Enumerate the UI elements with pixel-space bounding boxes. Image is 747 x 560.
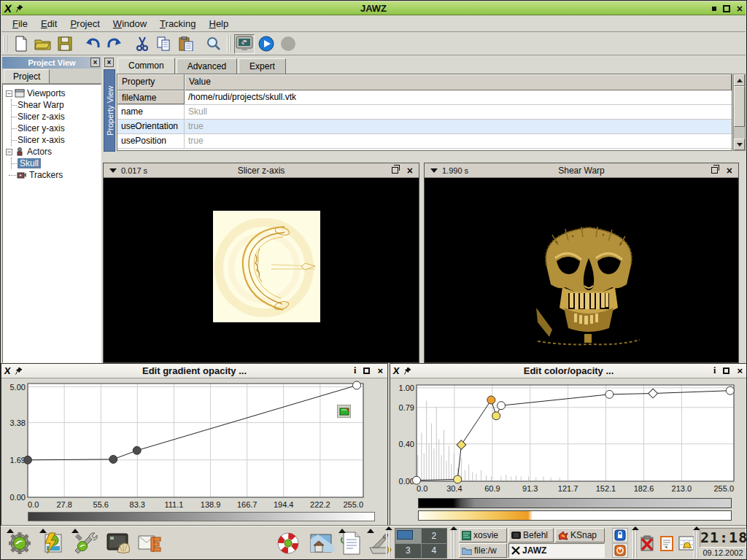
menu-tracking[interactable]: Tracking	[153, 17, 202, 31]
cut-button[interactable]	[132, 34, 152, 54]
viewport-shear-header[interactable]: 1.990 s Shear Warp ×	[425, 163, 738, 178]
konsole-button[interactable]	[103, 529, 132, 558]
digital-clock[interactable]: 21:18	[700, 528, 746, 548]
restore-icon[interactable]	[711, 167, 718, 174]
menu-file[interactable]: File	[6, 17, 34, 31]
render-view-button[interactable]	[234, 34, 255, 54]
gradient-opacity-curve-editor[interactable]: 0.027.855.683.3111.1138.9166.7194.4222.2…	[3, 379, 386, 512]
column-header-value[interactable]: Value	[185, 74, 732, 90]
property-cell[interactable]: fileName	[117, 90, 185, 104]
documents-button[interactable]	[337, 529, 366, 558]
value-cell[interactable]: Skull	[185, 105, 732, 119]
clock-handle[interactable]	[694, 528, 698, 559]
redo-button[interactable]	[104, 34, 125, 54]
menu-help[interactable]: Help	[202, 17, 235, 31]
apply-icon[interactable]	[337, 405, 351, 418]
lock-screen-button[interactable]	[612, 528, 628, 542]
save-button[interactable]	[55, 34, 75, 54]
taskbar-handle[interactable]	[451, 528, 455, 559]
info-button[interactable]: i	[713, 365, 716, 376]
susewatcher-button[interactable]	[38, 529, 67, 558]
table-row-useposition[interactable]: usePosition true	[117, 134, 732, 149]
new-file-button[interactable]	[11, 34, 31, 54]
close-icon[interactable]: ×	[407, 164, 413, 177]
tab-project[interactable]: Project	[4, 69, 50, 83]
organizer-alarm-icon[interactable]	[678, 534, 695, 552]
restore-icon[interactable]	[392, 167, 398, 174]
print-manager-button[interactable]	[365, 529, 395, 558]
task-jawz[interactable]: JAWZ	[508, 543, 605, 558]
value-cell[interactable]: true	[185, 120, 732, 133]
klipper-icon[interactable]	[638, 534, 656, 552]
table-row-useorientation[interactable]: useOrientation true	[117, 120, 732, 134]
maximize-button[interactable]	[723, 368, 729, 374]
column-header-property[interactable]: Property	[117, 74, 185, 90]
viewport-slicer-header[interactable]: 0.017 s Slicer z-axis ×	[104, 163, 419, 178]
toolbar-handle-2[interactable]	[227, 35, 231, 52]
help-center-button[interactable]	[274, 529, 303, 558]
pager-desktop-2[interactable]: 2	[422, 529, 447, 543]
tab-advanced[interactable]: Advanced	[177, 58, 237, 74]
systray-handle[interactable]	[632, 528, 637, 559]
task-file-manager[interactable]: file:/w	[459, 543, 507, 558]
control-center-button[interactable]	[70, 529, 99, 558]
tree-item-skull[interactable]: Skull	[12, 158, 101, 169]
tab-expert[interactable]: Expert	[239, 58, 286, 74]
menu-edit[interactable]: Edit	[34, 17, 63, 31]
clock-applet[interactable]: 21:18 09.12.2002	[700, 528, 746, 559]
collapse-icon[interactable]: −	[6, 90, 12, 97]
task-befehl[interactable]: Befehl	[508, 528, 554, 542]
logout-button[interactable]	[612, 543, 628, 558]
find-button[interactable]	[204, 34, 224, 54]
tree-item-trackers[interactable]: Trackers	[6, 169, 101, 181]
slicer-render-area[interactable]	[104, 178, 419, 362]
project-view-titlebar[interactable]: Project View ×	[2, 57, 101, 69]
pager-handle[interactable]	[386, 528, 390, 559]
color-opacity-curve-editor[interactable]: 0.030.460.991.3121.7152.1182.6213.0255.0…	[392, 379, 747, 497]
close-icon[interactable]: ×	[727, 164, 732, 177]
scalar-gradient-bar[interactable]	[418, 498, 732, 508]
property-view-close-icon[interactable]: ×	[104, 58, 114, 67]
play-button[interactable]	[256, 34, 276, 54]
tree-item-slicer-z[interactable]: Slicer z-axis	[12, 111, 101, 122]
pager-desktop-1[interactable]	[395, 529, 421, 543]
minimize-button[interactable]	[712, 7, 716, 11]
color-transfer-bar[interactable]	[418, 510, 732, 521]
tree-item-actors[interactable]: − Actors	[6, 146, 101, 158]
task-xosview[interactable]: xosvie	[459, 528, 507, 542]
value-cell[interactable]: true	[185, 134, 732, 148]
gradient-window-titlebar[interactable]: X Edit gradient opacity ... i ×	[1, 364, 387, 378]
tab-common[interactable]: Common	[117, 58, 175, 74]
property-view-side-tab[interactable]: Property View	[104, 69, 115, 152]
close-button[interactable]: ×	[737, 365, 743, 376]
property-cell[interactable]: usePosition	[117, 134, 185, 148]
pager-desktop-3[interactable]: 3	[395, 544, 421, 559]
task-ksnapshot[interactable]: KSnap	[555, 528, 605, 542]
toolbar-handle[interactable]	[4, 35, 7, 52]
project-view-close-icon[interactable]: ×	[90, 58, 100, 67]
scroll-down-icon[interactable]	[734, 139, 745, 150]
info-button[interactable]: i	[354, 365, 356, 376]
pager-desktop-4[interactable]: 4	[422, 544, 447, 559]
collapse-icon[interactable]: −	[6, 149, 12, 155]
open-file-button[interactable]	[33, 34, 53, 54]
scroll-up-icon[interactable]	[734, 74, 745, 86]
mail-button[interactable]	[135, 529, 164, 558]
stop-button[interactable]	[278, 34, 298, 54]
maximize-button[interactable]	[363, 368, 370, 374]
tree-item-slicer-y[interactable]: Slicer y-axis	[12, 122, 101, 134]
tree-item-shear-warp[interactable]: Shear Warp	[12, 99, 101, 111]
undo-button[interactable]	[82, 34, 103, 54]
table-row-name[interactable]: name Skull	[117, 105, 732, 120]
scrollbar-thumb[interactable]	[734, 86, 745, 127]
value-cell[interactable]: /home/rudi/projects/skull.vtk	[185, 90, 732, 104]
property-cell[interactable]: name	[117, 105, 185, 119]
property-cell[interactable]: useOrientation	[117, 120, 185, 133]
menu-project[interactable]: Project	[63, 17, 106, 31]
home-folder-button[interactable]	[306, 529, 336, 558]
copy-button[interactable]	[154, 34, 174, 54]
shear-render-area[interactable]	[425, 178, 738, 362]
close-button[interactable]: ×	[377, 365, 383, 376]
suse-menu-button[interactable]	[5, 529, 34, 558]
maximize-button[interactable]	[723, 5, 730, 12]
